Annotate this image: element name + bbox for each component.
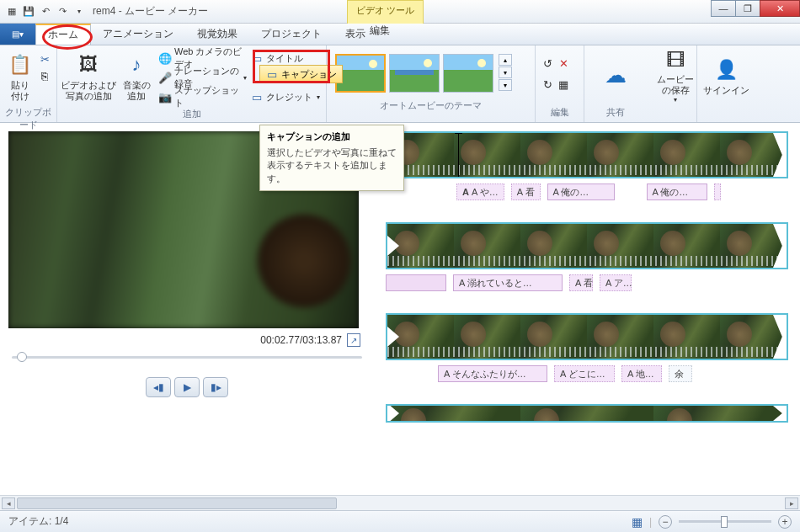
paste-button[interactable]: 📋 貼り 付け [5,49,35,104]
group-automovie-themes: ▴ ▾ ▾ オートムービーのテーマ [327,45,536,122]
gallery-more-icon[interactable]: ▾ [499,79,512,91]
scroll-thumb[interactable] [17,497,337,509]
caption-chip[interactable]: A 地… [621,365,662,382]
contextual-tab-video-tools[interactable]: ビデオ ツール [347,0,424,24]
playhead[interactable] [458,131,459,178]
status-bar: アイテム: 1/4 ▦ | − + [0,510,800,532]
clip-strip-1[interactable] [386,131,788,178]
rotate-right-icon: ↻ [541,77,554,91]
cut-icon[interactable]: ✂ [38,52,51,66]
rotate-left-button[interactable]: ↺✕ [541,54,579,72]
title-icon: ▭ [250,51,264,65]
file-menu-button[interactable]: ▤▾ [0,24,35,45]
timeline-pane: AA や… A 看 A 俺の… A 俺の… A 溺れていると… A 看 A ア… [374,123,800,508]
snapshot-button[interactable]: 📷スナップショット [158,88,247,106]
close-button[interactable]: ✕ [760,0,800,17]
zoom-in-icon[interactable]: + [778,515,792,529]
minimize-button[interactable]: — [711,0,736,17]
fullscreen-icon[interactable]: ↗ [347,333,360,347]
caption-chip[interactable]: 余 [669,365,692,382]
tab-visual-effects[interactable]: 視覚効果 [185,24,249,45]
caption-chip[interactable]: A ア… [600,274,632,291]
time-display-row: 00:02.77/03:13.87 ↗ [8,328,365,347]
caption-chip[interactable]: A 俺の… [647,184,707,200]
tab-animation[interactable]: アニメーション [91,24,185,45]
ribbon-tabs: ▤▾ ホーム アニメーション 視覚効果 プロジェクト 表示 編集 [0,24,800,45]
gallery-up-icon[interactable]: ▴ [499,54,512,66]
add-video-photo-button[interactable]: 🖼 ビデオおよび 写真の追加 [62,49,115,104]
caption-chip[interactable]: A 俺の… [547,184,615,200]
save-movie-button[interactable]: 🎞 ムービー の保存▾ [652,49,699,104]
tab-edit[interactable]: 編集 [358,24,402,38]
caption-chip[interactable] [386,274,446,291]
playback-controls: ◂▮ ▶ ▮▸ [8,377,365,397]
save-movie-icon: 🎞 [662,49,689,72]
group-label-add: 追加 [62,106,321,120]
tab-project[interactable]: プロジェクト [249,24,333,45]
copy-icon[interactable]: ⎘ [38,69,51,82]
mic-icon: 🎤 [158,71,172,84]
app-menu-icon[interactable]: ▦ [5,5,19,19]
tab-home[interactable]: ホーム [35,24,91,45]
delete-icon[interactable]: ✕ [557,56,570,70]
status-items: アイテム: 1/4 [8,514,68,529]
caption-chip[interactable]: A 溺れていると… [453,274,563,291]
group-save-movie: 🎞 ムービー の保存▾ [647,45,697,122]
window-title: rem4 - ムービー メーカー [93,4,208,19]
ribbon: 📋 貼り 付け ✂ ⎘ クリップボード 🖼 ビデオおよび 写真の追加 ♪ 音楽の… [0,45,800,123]
caption-button[interactable]: ▭ キャプション [259,65,343,83]
theme-thumb-1[interactable] [335,54,386,93]
theme-thumb-3[interactable] [443,54,493,93]
caption-chip[interactable]: A 看 [569,274,593,291]
next-frame-button[interactable]: ▮▸ [203,377,228,397]
group-share: ☁ 共有 [584,45,647,122]
skydrive-button[interactable]: ☁ [599,49,632,104]
add-video-photo-label: ビデオおよび 写真の追加 [61,80,116,102]
music-icon: ♪ [123,51,150,78]
title-bar: ▦ 💾 ↶ ↷ ▾ rem4 - ムービー メーカー ビデオ ツール — ❐ ✕ [0,0,800,24]
caption-row-2: A 溺れていると… A 看 A ア… [386,274,788,291]
caption-icon: ▭ [265,67,279,81]
clip-strip-3[interactable] [386,313,788,360]
play-button[interactable]: ▶ [174,377,200,397]
seek-thumb[interactable] [17,352,27,362]
tooltip-caption: キャプションの追加 選択したビデオや写真に重ねて表示するテキストを追加します。 [259,125,404,191]
caption-chip[interactable]: A どこに… [554,365,615,382]
group-add: 🖼 ビデオおよび 写真の追加 ♪ 音楽の 追加 🌐Web カメラのビデオ 🎤ナレ… [57,45,327,122]
group-signin: 👤 サインイン [697,45,748,122]
credit-button[interactable]: ▭クレジット▾ [250,88,321,106]
clip-strip-2[interactable] [386,222,788,269]
seek-bar[interactable] [8,347,365,362]
group-clipboard: 📋 貼り 付け ✂ ⎘ クリップボード [0,45,57,122]
caption-chip[interactable]: A 看 [511,184,541,200]
scroll-left-icon[interactable]: ◂ [2,497,15,509]
theme-gallery[interactable]: ▴ ▾ ▾ [332,49,530,98]
view-thumbnails-icon[interactable]: ▦ [632,515,643,529]
tooltip-body: 選択したビデオや写真に重ねて表示するテキストを追加します。 [267,146,397,185]
caption-chip[interactable]: AA や… [456,184,504,200]
theme-thumb-2[interactable] [389,54,440,93]
qat-dropdown-icon[interactable]: ▾ [72,5,86,19]
clip-strip-4[interactable] [386,404,788,423]
zoom-out-icon[interactable]: − [659,515,672,529]
scroll-right-icon[interactable]: ▸ [785,497,798,509]
select-all-icon[interactable]: ▦ [557,77,570,91]
maximize-button[interactable]: ❐ [735,0,760,17]
signin-button[interactable]: 👤 サインイン [702,49,749,104]
signin-label: サインイン [703,85,749,96]
save-movie-label: ムービー の保存 [657,74,694,96]
redo-icon[interactable]: ↷ [56,5,69,19]
gallery-down-icon[interactable]: ▾ [499,66,512,78]
horizontal-scrollbar[interactable]: ◂ ▸ [0,495,800,510]
credit-icon: ▭ [250,90,264,104]
quick-access-toolbar: ▦ 💾 ↶ ↷ ▾ [0,5,91,19]
rotate-right-button[interactable]: ↻▦ [541,75,579,93]
add-music-button[interactable]: ♪ 音楽の 追加 [118,49,155,104]
undo-icon[interactable]: ↶ [39,5,52,19]
caption-chip[interactable]: A そんなふたりが… [438,365,547,382]
zoom-slider[interactable] [679,520,771,523]
prev-frame-button[interactable]: ◂▮ [146,377,171,397]
save-icon[interactable]: 💾 [22,5,35,19]
zoom-thumb[interactable] [721,516,728,528]
caption-chip[interactable] [714,184,721,200]
